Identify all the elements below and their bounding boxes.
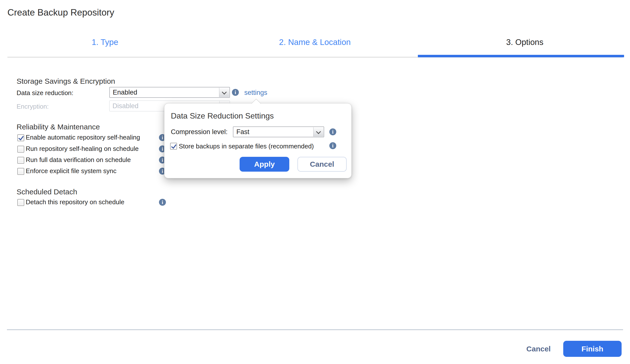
cancel-button[interactable]: Cancel xyxy=(524,345,553,353)
detach-schedule-checkbox[interactable] xyxy=(17,199,24,206)
info-icon[interactable]: i xyxy=(232,89,239,96)
data-size-reduction-settings-popover: Data Size Reduction Settings Compression… xyxy=(164,103,352,178)
compression-level-select[interactable]: Fast xyxy=(233,126,324,137)
file-system-sync-checkbox[interactable] xyxy=(17,168,24,175)
self-healing-schedule-label: Run repository self-healing on schedule xyxy=(26,145,139,153)
separate-files-checkbox[interactable] xyxy=(170,143,177,150)
compression-level-value: Fast xyxy=(236,127,250,137)
settings-link[interactable]: settings xyxy=(244,89,267,97)
info-icon[interactable]: i xyxy=(329,128,336,135)
chevron-down-icon[interactable] xyxy=(313,127,324,137)
encryption-value: Disabled xyxy=(112,101,138,111)
apply-button[interactable]: Apply xyxy=(240,157,289,172)
self-healing-checkbox[interactable] xyxy=(17,134,24,141)
data-size-reduction-select[interactable]: Enabled xyxy=(109,87,230,98)
popover-title: Data Size Reduction Settings xyxy=(171,111,274,121)
chevron-down-icon[interactable] xyxy=(219,88,229,97)
page-title: Create Backup Repository xyxy=(8,7,114,18)
detach-section-heading: Scheduled Detach xyxy=(16,188,77,196)
self-healing-label: Enable automatic repository self-healing xyxy=(26,134,140,141)
compression-level-label: Compression level: xyxy=(171,128,228,136)
detach-schedule-label: Detach this repository on schedule xyxy=(26,198,124,206)
self-healing-schedule-checkbox[interactable] xyxy=(17,146,24,153)
data-size-reduction-label: Data size reduction: xyxy=(16,89,74,97)
tab-type[interactable]: 1. Type xyxy=(0,37,210,47)
data-size-reduction-value: Enabled xyxy=(113,87,137,97)
storage-section-heading: Storage Savings & Encryption xyxy=(16,77,115,85)
reliability-section-heading: Reliability & Maintenance xyxy=(16,123,100,131)
tab-options[interactable]: 3. Options xyxy=(420,37,630,47)
info-icon[interactable]: i xyxy=(329,142,336,149)
popover-cancel-button[interactable]: Cancel xyxy=(298,157,347,172)
info-icon[interactable]: i xyxy=(159,199,166,206)
active-tab-underline xyxy=(418,55,624,57)
data-verification-checkbox[interactable] xyxy=(17,157,24,164)
data-verification-label: Run full data verification on schedule xyxy=(26,156,131,164)
encryption-label: Encryption: xyxy=(16,103,49,110)
footer-divider xyxy=(7,329,623,330)
create-backup-repository-wizard: Create Backup Repository 1. Type 2. Name… xyxy=(0,0,630,364)
separate-files-label: Store backups in separate files (recomme… xyxy=(179,143,314,150)
tab-name-location[interactable]: 2. Name & Location xyxy=(210,37,420,47)
file-system-sync-label: Enforce explicit file system sync xyxy=(26,167,116,175)
popover-caret xyxy=(251,99,261,108)
finish-button[interactable]: Finish xyxy=(563,341,622,357)
